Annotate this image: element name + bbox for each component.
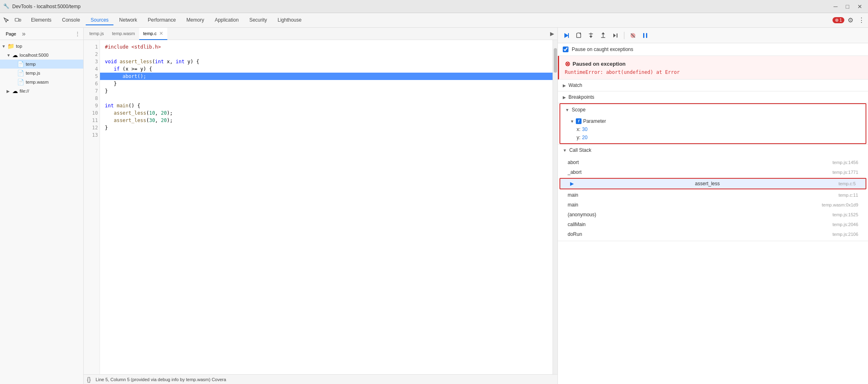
code-tab-label-temp-wasm: temp.wasm — [112, 31, 135, 36]
close-button[interactable]: ✕ — [855, 2, 865, 11]
svg-rect-19 — [646, 33, 647, 38]
debug-content[interactable]: Pause on caught exceptions ⊗ Paused on e… — [558, 43, 868, 384]
scope-section-header[interactable]: ▼ Scope — [560, 104, 866, 115]
file-panel-tabs: Page » — [3, 30, 27, 38]
scope-param-label: Parameter — [583, 118, 606, 124]
stack-name-assert_less: assert_less — [695, 181, 720, 186]
step-into-button[interactable] — [586, 30, 596, 41]
tab-sources[interactable]: Sources — [86, 16, 113, 25]
resume-button[interactable] — [561, 30, 572, 41]
tree-item-temp-folder[interactable]: ▶ 📄 temp — [0, 60, 83, 69]
menubar: Elements Console Sources Network Perform… — [0, 13, 868, 28]
step-over-button[interactable] — [573, 30, 584, 41]
file-panel: Page » ⋮ ▼ 📁 top ▼ ☁ localhost:5000 ▶ 📄 — [0, 28, 84, 384]
tree-item-localhost[interactable]: ▼ ☁ localhost:5000 — [0, 51, 83, 60]
tab-application[interactable]: Application — [210, 16, 244, 25]
code-tab-show-more-button[interactable]: ▶ — [548, 29, 556, 38]
stack-item-main-c[interactable]: main temp.c:11 — [558, 190, 868, 200]
cloud-icon-file: ☁ — [12, 88, 18, 94]
code-content[interactable]: #include <stdlib.h> void assert_less(int… — [100, 40, 553, 374]
tab-lighthouse[interactable]: Lighthouse — [273, 16, 306, 25]
call-stack-section-header[interactable]: ▼ Call Stack — [558, 144, 868, 156]
pause-button[interactable] — [640, 30, 650, 41]
devtools-actions — [2, 16, 23, 25]
stack-loc-assert_less: temp.c:5 — [839, 181, 856, 186]
tab-performance[interactable]: Performance — [143, 16, 181, 25]
file-panel-more-button[interactable]: » — [20, 30, 27, 38]
folder-icon-top: 📁 — [7, 43, 14, 49]
tab-elements[interactable]: Elements — [26, 16, 56, 25]
maximize-button[interactable]: □ — [844, 2, 852, 11]
more-menu-button[interactable]: ⋮ — [857, 15, 866, 26]
tree-arrow-file: ▶ — [7, 89, 11, 93]
pause-exceptions-label: Pause on caught exceptions — [572, 47, 633, 52]
stack-item-_abort[interactable]: _abort temp.js:1771 — [558, 167, 868, 177]
code-footer-text: Line 5, Column 5 (provided via debug inf… — [95, 377, 226, 382]
tab-memory[interactable]: Memory — [182, 16, 209, 25]
code-tab-temp-js[interactable]: temp.js — [85, 28, 108, 40]
stack-item-callMain[interactable]: callMain temp.js:2046 — [558, 220, 868, 229]
deactivate-breakpoints-button[interactable] — [628, 30, 638, 41]
breakpoints-arrow: ▶ — [563, 95, 566, 100]
breakpoints-section: ▶ Breakpoints — [558, 91, 868, 103]
code-scrollbar[interactable] — [553, 40, 557, 374]
tab-console[interactable]: Console — [57, 16, 85, 25]
tree-item-temp-js[interactable]: ▶ 📄 temp.js — [0, 69, 83, 78]
inspect-element-button[interactable] — [2, 16, 11, 25]
exception-error-text: RuntimeError: abort(undefined) at Error — [565, 69, 862, 75]
scope-x-key: x: — [577, 127, 580, 132]
tree-item-temp-wasm[interactable]: ▶ 📄 temp.wasm — [0, 78, 83, 87]
svg-marker-2 — [564, 33, 568, 38]
svg-rect-1 — [19, 19, 21, 21]
code-line-8 — [100, 95, 553, 102]
code-tab-close-temp-c[interactable]: ✕ — [159, 31, 163, 36]
code-tab-temp-c[interactable]: temp.c ✕ — [139, 28, 167, 40]
stack-item-main-wasm[interactable]: main temp.wasm:0x1d9 — [558, 200, 868, 210]
svg-marker-12 — [602, 32, 605, 34]
code-line-7: } — [100, 87, 553, 95]
step-button[interactable] — [610, 30, 621, 41]
exception-title-text: Paused on exception — [573, 61, 626, 67]
code-tab-temp-wasm[interactable]: temp.wasm — [108, 28, 139, 40]
code-line-9: int main() { — [100, 102, 553, 109]
scope-x-item: x: 30 — [560, 125, 866, 133]
tree-item-top[interactable]: ▼ 📁 top — [0, 42, 83, 51]
scope-title: Scope — [572, 107, 586, 113]
debug-toolbar — [558, 28, 868, 43]
minimize-button[interactable]: ─ — [831, 2, 840, 11]
stack-item-doRun[interactable]: doRun temp.js:2106 — [558, 229, 868, 239]
scope-section: ▼ Scope ▼ f Parameter x: 30 — [558, 103, 868, 144]
stack-name-abort: abort — [568, 160, 579, 165]
settings-button[interactable]: ⚙ — [846, 15, 855, 26]
watch-title: Watch — [568, 82, 582, 88]
stack-item-assert_less[interactable]: ▶ assert_less temp.c:5 — [560, 179, 866, 189]
watch-section-header[interactable]: ▶ Watch — [558, 80, 868, 91]
breakpoints-section-header[interactable]: ▶ Breakpoints — [558, 91, 868, 103]
devtools-main: Page » ⋮ ▼ 📁 top ▼ ☁ localhost:5000 ▶ 📄 — [0, 28, 868, 384]
deactivate-breakpoints-icon — [629, 32, 637, 39]
stack-loc-callMain: temp.js:2046 — [832, 222, 858, 227]
stack-item-anonymous[interactable]: (anonymous) temp.js:1525 — [558, 210, 868, 220]
stack-item-abort[interactable]: abort temp.js:1456 — [558, 158, 868, 167]
exception-error-icon: ⊗ — [565, 60, 570, 68]
stack-loc-abort: temp.js:1456 — [832, 160, 858, 165]
scope-param-icon: f — [576, 118, 582, 124]
tree-label-file: file:// — [20, 89, 29, 93]
brackets-icon: {} — [87, 376, 91, 383]
scope-parameter-header[interactable]: ▼ f Parameter — [560, 117, 866, 125]
titlebar-controls: ─ □ ✕ — [831, 2, 865, 11]
device-toolbar-button[interactable] — [13, 16, 23, 25]
code-line-6: } — [100, 80, 553, 87]
step-out-button[interactable] — [598, 30, 608, 41]
code-panel: temp.js temp.wasm temp.c ✕ ▶ 12345 67891… — [84, 28, 558, 384]
tree-item-file[interactable]: ▶ ☁ file:// — [0, 87, 83, 95]
file-panel-tab-page[interactable]: Page — [3, 31, 19, 37]
file-panel-menu-button[interactable]: ⋮ — [75, 31, 80, 37]
pause-exceptions-checkbox[interactable] — [563, 47, 568, 52]
tab-network[interactable]: Network — [114, 16, 142, 25]
tab-security[interactable]: Security — [244, 16, 272, 25]
file-panel-header: Page » ⋮ — [0, 28, 83, 40]
exception-banner: ⊗ Paused on exception RuntimeError: abor… — [558, 56, 868, 80]
line-numbers: 12345 678910 111213 — [84, 40, 100, 374]
breakpoints-title: Breakpoints — [568, 94, 594, 100]
